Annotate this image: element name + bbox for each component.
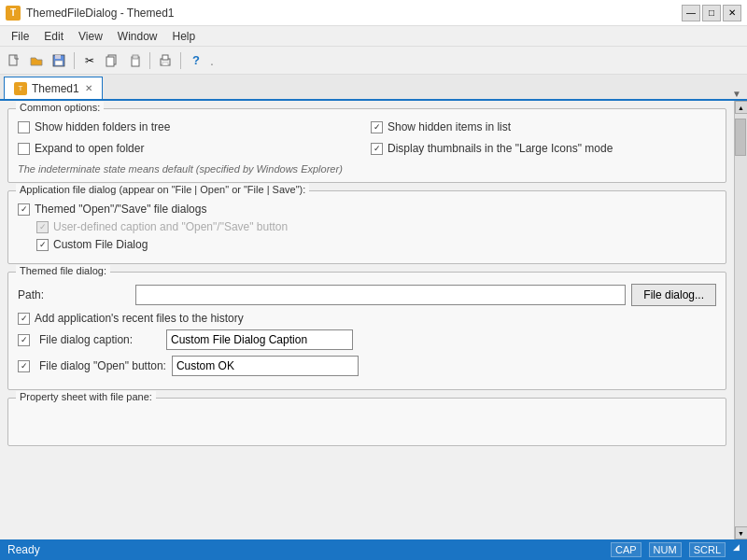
tab-close-button[interactable]: ✕: [85, 83, 92, 93]
app-icon: T: [6, 6, 21, 21]
close-button[interactable]: ✕: [723, 5, 741, 21]
svg-rect-3: [55, 61, 63, 65]
open-btn-field-label: File dialog "Open" button:: [39, 359, 166, 372]
expand-open-checkbox[interactable]: [18, 143, 30, 155]
themed-open-save-checkbox[interactable]: [18, 203, 30, 216]
toolbar: ✂ ? .: [0, 47, 747, 75]
num-indicator: NUM: [649, 542, 682, 557]
add-recent-row: Add application's recent files to the hi…: [18, 312, 716, 325]
custom-file-dialog-label: Custom File Dialog: [53, 238, 148, 251]
indeterminate-note: The indeterminate state means default (s…: [18, 163, 716, 175]
caption-input[interactable]: [166, 329, 353, 350]
themed-file-dialog-group: Themed file dialog: Path: File dialog...…: [7, 272, 726, 390]
content-area: Common options: Show hidden folders in t…: [0, 101, 734, 539]
show-hidden-list-row: Show hidden items in list: [371, 120, 716, 133]
scrl-indicator: SCRL: [689, 542, 726, 557]
themed-file-dialog-content: Path: File dialog... Add application's r…: [18, 284, 716, 376]
open-btn-checkbox[interactable]: [18, 360, 30, 372]
property-sheet-label: Property sheet with file pane:: [16, 391, 156, 402]
common-options-content: Show hidden folders in tree Show hidden …: [18, 120, 716, 175]
help-button[interactable]: ?: [186, 50, 206, 71]
svg-rect-0: [9, 55, 17, 65]
copy-button[interactable]: [102, 50, 122, 71]
scroll-down-button[interactable]: ▼: [735, 526, 748, 539]
show-hidden-tree-label: Show hidden folders in tree: [35, 120, 170, 133]
add-recent-label: Add application's recent files to the hi…: [35, 312, 244, 325]
user-defined-caption-label: User-defined caption and "Open"/"Save" b…: [53, 220, 288, 233]
tab-label: Themed1: [32, 82, 79, 95]
svg-rect-10: [162, 63, 168, 65]
common-options-label: Common options:: [16, 102, 104, 113]
menu-edit[interactable]: Edit: [36, 28, 71, 45]
show-hidden-list-label: Show hidden items in list: [388, 120, 511, 133]
user-defined-caption-checkbox[interactable]: [36, 221, 49, 233]
open-btn-input[interactable]: [172, 356, 359, 376]
expand-open-label: Expand to open folder: [35, 142, 144, 155]
path-row: Path: File dialog...: [18, 284, 716, 306]
expand-open-row: Expand to open folder: [18, 142, 363, 155]
svg-rect-9: [162, 55, 168, 60]
caption-checkbox[interactable]: [18, 334, 30, 346]
property-sheet-content: [18, 410, 716, 438]
themed-open-save-row: Themed "Open"/"Save" file dialogs: [18, 203, 716, 216]
tab-scroll-right[interactable]: ▼: [732, 89, 741, 99]
menubar: File Edit View Window Help: [0, 26, 747, 47]
menu-view[interactable]: View: [71, 28, 110, 45]
minimize-button[interactable]: —: [682, 5, 700, 21]
property-sheet-group: Property sheet with file pane:: [7, 398, 726, 446]
svg-rect-7: [133, 55, 138, 59]
caption-row: File dialog caption:: [18, 329, 716, 350]
status-text: Ready: [7, 543, 40, 556]
new-button[interactable]: [4, 50, 24, 71]
themed-open-save-label: Themed "Open"/"Save" file dialogs: [35, 203, 206, 216]
titlebar-title: ThemedFileDialog - Themed1: [26, 7, 682, 20]
path-input[interactable]: [135, 285, 626, 305]
open-button[interactable]: [26, 50, 47, 71]
paste-button[interactable]: [124, 50, 145, 71]
scrollbar-thumb[interactable]: [735, 119, 746, 156]
display-thumbnails-row: Display thumbnails in the "Large Icons" …: [371, 142, 716, 155]
save-button[interactable]: [49, 50, 69, 71]
show-hidden-list-checkbox[interactable]: [371, 121, 383, 133]
menu-file[interactable]: File: [4, 28, 36, 45]
custom-file-dialog-checkbox[interactable]: [36, 239, 49, 251]
scrollbar: ▲ ▼: [734, 101, 747, 539]
scrollbar-track[interactable]: [735, 114, 747, 526]
print-button[interactable]: [155, 50, 176, 71]
display-thumbnails-checkbox[interactable]: [371, 143, 383, 155]
tabbar: T Themed1 ✕ ▼: [0, 75, 747, 101]
path-label: Path:: [18, 288, 130, 301]
cap-indicator: CAP: [611, 542, 641, 557]
app-file-dialog-content: Themed "Open"/"Save" file dialogs User-d…: [18, 203, 716, 251]
tab-themed1[interactable]: T Themed1 ✕: [4, 77, 103, 99]
themed-file-dialog-label: Themed file dialog:: [16, 265, 110, 276]
titlebar: T ThemedFileDialog - Themed1 — □ ✕: [0, 0, 747, 26]
app-file-dialog-label: Application file dialog (appear on "File…: [16, 184, 309, 195]
common-options-checkboxes: Show hidden folders in tree Show hidden …: [18, 120, 716, 160]
custom-file-dialog-row: Custom File Dialog: [36, 238, 716, 251]
resize-grip: ◢: [733, 542, 740, 557]
show-hidden-tree-row: Show hidden folders in tree: [18, 120, 363, 133]
menu-window[interactable]: Window: [110, 28, 165, 45]
menu-help[interactable]: Help: [165, 28, 204, 45]
display-thumbnails-label: Display thumbnails in the "Large Icons" …: [388, 142, 613, 155]
sep2: [149, 52, 150, 69]
file-dialog-button[interactable]: File dialog...: [631, 284, 716, 306]
sep3: [180, 52, 181, 69]
maximize-button[interactable]: □: [702, 5, 721, 21]
status-indicators: CAP NUM SCRL ◢: [611, 542, 740, 557]
svg-rect-5: [106, 57, 114, 66]
app-file-dialog-group: Application file dialog (appear on "File…: [7, 190, 726, 264]
user-defined-caption-row: User-defined caption and "Open"/"Save" b…: [36, 220, 716, 233]
statusbar: Ready CAP NUM SCRL ◢: [0, 539, 747, 560]
tab-icon: T: [14, 82, 27, 95]
show-hidden-tree-checkbox[interactable]: [18, 121, 30, 133]
window-controls: — □ ✕: [682, 5, 741, 21]
scroll-up-button[interactable]: ▲: [735, 101, 748, 114]
open-btn-row: File dialog "Open" button:: [18, 356, 716, 376]
cut-button[interactable]: ✂: [79, 50, 100, 71]
svg-rect-2: [55, 55, 61, 59]
caption-field-label: File dialog caption:: [39, 333, 161, 346]
add-recent-checkbox[interactable]: [18, 313, 30, 325]
common-options-group: Common options: Show hidden folders in t…: [7, 108, 726, 183]
